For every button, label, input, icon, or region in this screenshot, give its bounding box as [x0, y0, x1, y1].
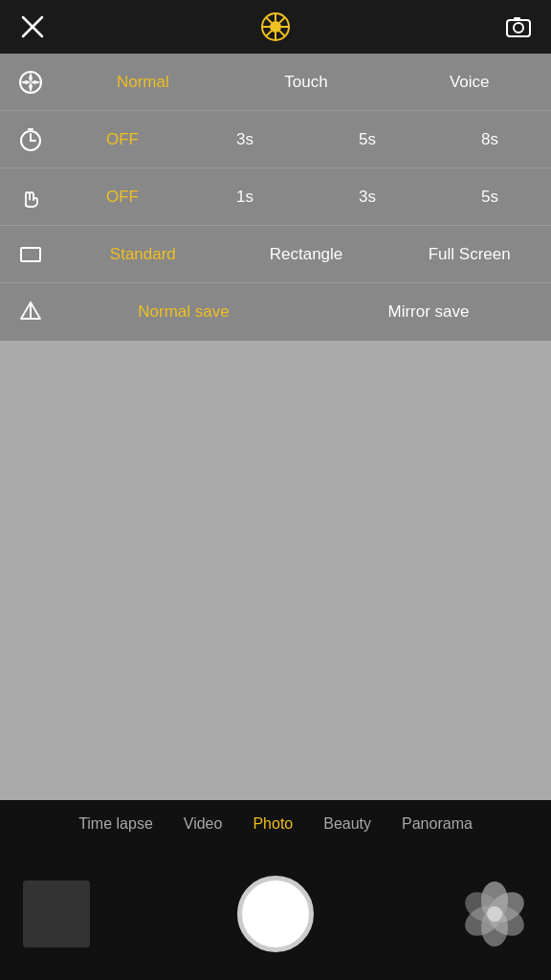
- mirror-save[interactable]: Mirror save: [306, 283, 551, 341]
- svg-point-30: [487, 906, 502, 922]
- timer-row: OFF 3s 5s 8s: [0, 111, 551, 168]
- tab-timelapse[interactable]: Time lapse: [73, 812, 159, 836]
- timer-off[interactable]: OFF: [61, 111, 184, 167]
- aspect-fullscreen[interactable]: Full Screen: [387, 226, 551, 282]
- shutter-logo-svg: [259, 11, 292, 43]
- timer-5s[interactable]: 5s: [306, 111, 429, 167]
- gesture-options: OFF 1s 3s 5s: [61, 168, 551, 225]
- svg-rect-20: [21, 248, 40, 261]
- bottom-area: Time lapse Video Photo Beauty Panorama: [0, 800, 551, 980]
- mode-tabs: Time lapse Video Photo Beauty Panorama: [0, 800, 551, 848]
- camera-viewfinder[interactable]: [0, 341, 551, 800]
- timer-icon: [0, 127, 61, 152]
- svg-point-13: [514, 23, 523, 33]
- svg-line-8: [267, 18, 273, 24]
- flash-icon-svg: [19, 13, 46, 40]
- svg-marker-21: [21, 302, 31, 319]
- tab-beauty[interactable]: Beauty: [318, 812, 377, 836]
- aspect-ratio-row: Standard Rectangle Full Screen: [0, 226, 551, 283]
- gesture-icon: [0, 185, 61, 210]
- shutter-mode-row: Normal Touch Voice: [0, 54, 551, 111]
- svg-marker-22: [31, 302, 40, 319]
- camera-controls: [0, 848, 551, 980]
- svg-rect-14: [514, 17, 520, 21]
- settings-area: Normal Touch Voice OFF 3s 5s 8s: [0, 54, 551, 341]
- mirror-row: Normal save Mirror save: [0, 283, 551, 341]
- aspect-standard[interactable]: Standard: [61, 226, 225, 282]
- shutter-mode-options: Normal Touch Voice: [61, 54, 551, 110]
- gesture-row: OFF 1s 3s 5s: [0, 168, 551, 226]
- mirror-icon: [0, 300, 61, 324]
- tab-panorama[interactable]: Panorama: [396, 812, 478, 836]
- tab-video[interactable]: Video: [178, 812, 229, 836]
- flash-off-icon[interactable]: [15, 10, 50, 44]
- shutter-mode-touch[interactable]: Touch: [225, 54, 388, 110]
- tab-photo[interactable]: Photo: [247, 812, 298, 836]
- flower-lens-svg: [462, 881, 527, 947]
- svg-line-11: [267, 31, 273, 36]
- gesture-3s[interactable]: 3s: [306, 168, 429, 225]
- shutter-mode-normal[interactable]: Normal: [61, 54, 225, 110]
- mirror-options: Normal save Mirror save: [61, 283, 551, 341]
- shutter-button[interactable]: [237, 876, 314, 952]
- shutter-mode-icon: [0, 70, 61, 95]
- aspect-ratio-icon: [0, 242, 61, 267]
- camera-switch-icon[interactable]: [501, 10, 536, 44]
- app-logo: [258, 10, 293, 44]
- gesture-5s[interactable]: 5s: [429, 168, 551, 225]
- top-bar: [0, 0, 551, 54]
- timer-8s[interactable]: 8s: [429, 111, 551, 167]
- shutter-inner: [245, 883, 306, 945]
- shutter-mode-voice[interactable]: Voice: [387, 54, 551, 110]
- mirror-normal-save[interactable]: Normal save: [61, 283, 306, 341]
- aspect-ratio-options: Standard Rectangle Full Screen: [61, 226, 551, 282]
- lens-options-icon[interactable]: [461, 880, 528, 947]
- timer-options: OFF 3s 5s 8s: [61, 111, 551, 167]
- timer-3s[interactable]: 3s: [184, 111, 306, 167]
- gesture-1s[interactable]: 1s: [184, 168, 306, 225]
- photo-thumbnail[interactable]: [23, 880, 90, 947]
- svg-line-9: [279, 31, 285, 36]
- svg-line-10: [279, 18, 285, 24]
- aspect-rectangle[interactable]: Rectangle: [225, 226, 388, 282]
- camera-icon-svg: [505, 13, 532, 40]
- gesture-off[interactable]: OFF: [61, 168, 184, 225]
